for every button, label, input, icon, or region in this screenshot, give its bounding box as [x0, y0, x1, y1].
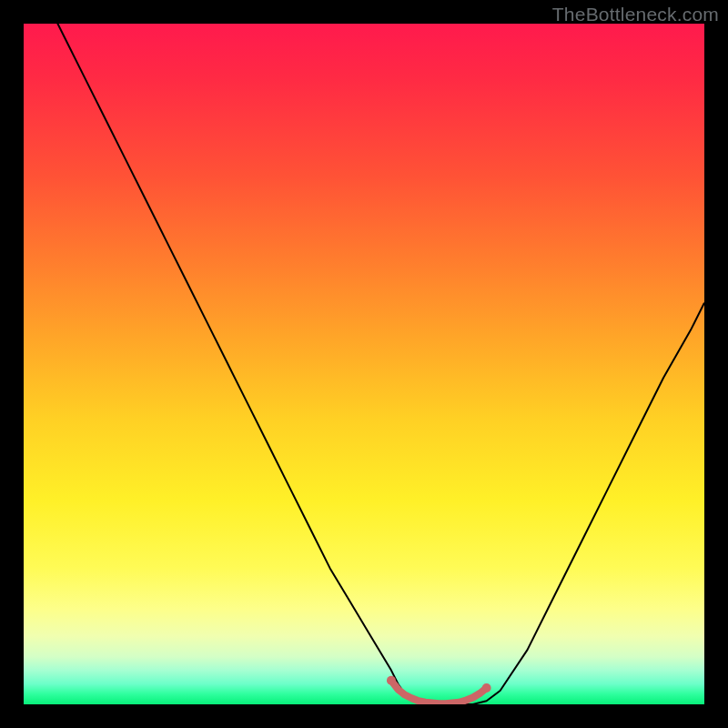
bottleneck-curve-path: [24, 24, 704, 704]
curve-layer: [24, 24, 704, 704]
plot-area: [24, 24, 704, 704]
flat-minimum-highlight-path: [391, 681, 487, 703]
highlight-endpoint: [482, 683, 491, 693]
bottleneck-curve: [24, 24, 704, 704]
watermark-text: TheBottleneck.com: [552, 4, 719, 25]
highlight-endpoint: [387, 676, 396, 685]
chart-frame: TheBottleneck.com: [0, 0, 728, 728]
flat-minimum-highlight: [387, 676, 491, 703]
